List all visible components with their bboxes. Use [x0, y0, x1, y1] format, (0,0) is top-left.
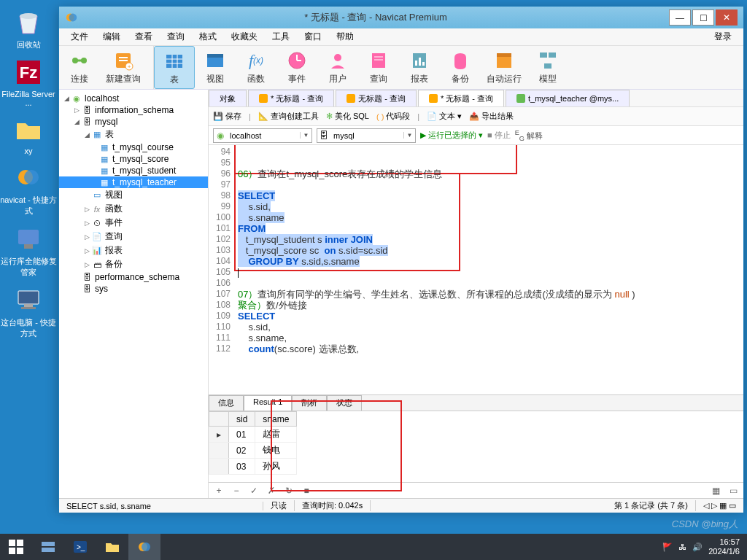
taskbar-powershell[interactable]: >_ [64, 534, 96, 560]
tab-query-3[interactable]: * 无标题 - 查询 [418, 90, 504, 106]
toolbar-view[interactable]: 视图 [195, 46, 236, 89]
tree-table-student[interactable]: ▦t_mysql_student [59, 165, 208, 176]
table-row[interactable]: 02钱电 [209, 443, 297, 459]
query-builder-button[interactable]: 📐查询创建工具 [258, 111, 319, 122]
tree-tables[interactable]: ◢▦表 [59, 128, 208, 141]
sql-editor[interactable]: 9495969798991001011021031041051061071081… [209, 145, 743, 394]
form-view-button[interactable]: ▭ [727, 486, 739, 496]
menu-view[interactable]: 查看 [128, 29, 160, 44]
desktop-recycle-bin[interactable]: 回收站 [0, 6, 57, 50]
toolbar-table[interactable]: 表 [154, 46, 195, 89]
text-button[interactable]: 📄文本 ▾ [427, 111, 462, 122]
menu-query[interactable]: 查询 [160, 29, 192, 44]
toolbar-report[interactable]: 报表 [399, 46, 440, 89]
result-grid[interactable]: sidsname ▸01赵雷 02钱电 03孙风 [209, 411, 743, 482]
query-icon [429, 94, 438, 103]
toolbar-model[interactable]: 模型 [527, 46, 568, 89]
desktop-icon-label: FileZilla Server ... [0, 90, 57, 107]
toolbar-connection[interactable]: 连接 [59, 46, 100, 89]
svg-rect-26 [207, 54, 223, 58]
tree-table-teacher[interactable]: ▦t_mysql_teacher [59, 176, 208, 188]
run-selected-button[interactable]: ▶运行已选择的 ▾ [420, 130, 483, 141]
window-minimize-button[interactable]: — [669, 9, 691, 26]
toolbar-label: 查询 [370, 74, 387, 84]
tree-table-score[interactable]: ▦t_mysql_score [59, 153, 208, 165]
table-row[interactable]: 03孙风 [209, 459, 297, 475]
menu-tools[interactable]: 工具 [265, 29, 297, 44]
database-select[interactable]: 🗄mysql▼ [317, 128, 416, 143]
explain-button[interactable]: EG 解释 [515, 129, 543, 142]
stop-button[interactable]: ■ [301, 486, 312, 496]
window-maximize-button[interactable]: ☐ [692, 9, 714, 26]
tree-backups[interactable]: ▷🗃备份 [59, 257, 208, 271]
window-close-button[interactable]: ✕ [716, 9, 738, 26]
tray-network-icon[interactable]: 🖧 [678, 542, 686, 551]
tab-result-1[interactable]: Result 1 [244, 395, 292, 411]
toolbar-automation[interactable]: 自动运行 [481, 46, 527, 89]
code-area[interactable]: 06）查询在t_mysql_score表存在成绩的学生信息 SELECT s.s… [235, 145, 743, 394]
menu-edit[interactable]: 编辑 [96, 29, 128, 44]
tab-query-2[interactable]: 无标题 - 查询 [336, 90, 417, 106]
tree-queries[interactable]: ▷📄查询 [59, 230, 208, 244]
commit-button[interactable]: ✓ [248, 486, 260, 496]
code-snippet-button[interactable]: ( )代码段 [376, 111, 410, 122]
desktop-navicat-shortcut[interactable]: navicat - 快捷方式 [0, 161, 57, 217]
desktop-folder-xy[interactable]: xy [0, 113, 57, 155]
toolbar-label: 函数 [247, 74, 265, 84]
delete-row-button[interactable]: − [231, 486, 242, 496]
start-button[interactable] [0, 534, 32, 560]
add-row-button[interactable]: + [213, 486, 225, 496]
tree-db-sys[interactable]: 🗄sys [59, 283, 208, 295]
tree-reports[interactable]: ▷📊报表 [59, 244, 208, 257]
menu-favorites[interactable]: 收藏夹 [224, 29, 265, 44]
status-nav[interactable]: ◁ ▷ ▦ ▭ [696, 501, 743, 510]
menu-window[interactable]: 窗口 [297, 29, 329, 44]
menu-file[interactable]: 文件 [63, 29, 96, 44]
tab-profile[interactable]: 剖析 [292, 395, 327, 411]
col-sid[interactable]: sid [229, 412, 255, 427]
toolbar-backup[interactable]: 备份 [440, 46, 481, 89]
col-sname[interactable]: sname [255, 412, 297, 427]
toolbar-function[interactable]: f(x)函数 [236, 46, 276, 89]
tree-events[interactable]: ▷⏲事件 [59, 216, 208, 230]
tree-functions[interactable]: ▷fx函数 [59, 202, 208, 216]
desktop-filezilla[interactable]: Fz FileZilla Server ... [0, 56, 57, 107]
connection-select[interactable]: ◉localhost▼ [213, 128, 312, 143]
tree-views[interactable]: ▭视图 [59, 188, 208, 202]
table-row[interactable]: ▸01赵雷 [209, 427, 297, 443]
taskbar-clock[interactable]: 16:57 2024/1/6 [708, 537, 740, 556]
grid-view-button[interactable]: ▦ [710, 486, 721, 496]
menu-format[interactable]: 格式 [192, 29, 224, 44]
toolbar-event[interactable]: 事件 [276, 46, 317, 89]
desktop-runtime-repair[interactable]: 运行库全能修复管家 [0, 222, 57, 278]
tree-db-information-schema[interactable]: ▷🗄information_schema [59, 104, 208, 116]
desktop-this-pc-shortcut[interactable]: 这台电脑 - 快捷方式 [0, 284, 57, 339]
chevron-down-icon: ▼ [300, 132, 311, 139]
tree-table-course[interactable]: ▦t_mysql_course [59, 141, 208, 153]
tree-conn-localhost[interactable]: ◢◉localhost [59, 93, 208, 104]
tray-flag-icon[interactable]: 🚩 [662, 542, 673, 552]
svg-text:Fz: Fz [20, 63, 37, 82]
tab-table-teacher[interactable]: t_mysql_teacher @mys... [506, 90, 630, 106]
tray-volume-icon[interactable]: 🔊 [692, 542, 703, 552]
cancel-button[interactable]: ✗ [266, 486, 277, 496]
stop-button[interactable]: ■ 停止 [487, 130, 511, 141]
taskbar-explorer[interactable] [96, 534, 128, 560]
toolbar-new-query[interactable]: +新建查询 [100, 46, 147, 89]
tab-query-1[interactable]: * 无标题 - 查询 [248, 90, 334, 106]
beautify-sql-button[interactable]: ✻美化 SQL [326, 111, 369, 122]
save-button[interactable]: 💾保存 [213, 111, 241, 122]
taskbar-server-manager[interactable] [32, 534, 64, 560]
export-button[interactable]: 📤导出结果 [469, 111, 514, 122]
tab-info[interactable]: 信息 [209, 395, 244, 411]
refresh-button[interactable]: ↻ [283, 486, 295, 496]
tree-db-perf[interactable]: 🗄performance_schema [59, 271, 208, 283]
tree-db-mysql[interactable]: ◢🗄mysql [59, 116, 208, 128]
tab-objects[interactable]: 对象 [209, 90, 247, 106]
tab-status[interactable]: 状态 [327, 395, 362, 411]
toolbar-user[interactable]: 用户 [317, 46, 358, 89]
toolbar-query[interactable]: 查询 [358, 46, 399, 89]
menu-login[interactable]: 登录 [707, 29, 739, 44]
menu-help[interactable]: 帮助 [329, 29, 361, 44]
taskbar-navicat[interactable] [128, 534, 160, 560]
